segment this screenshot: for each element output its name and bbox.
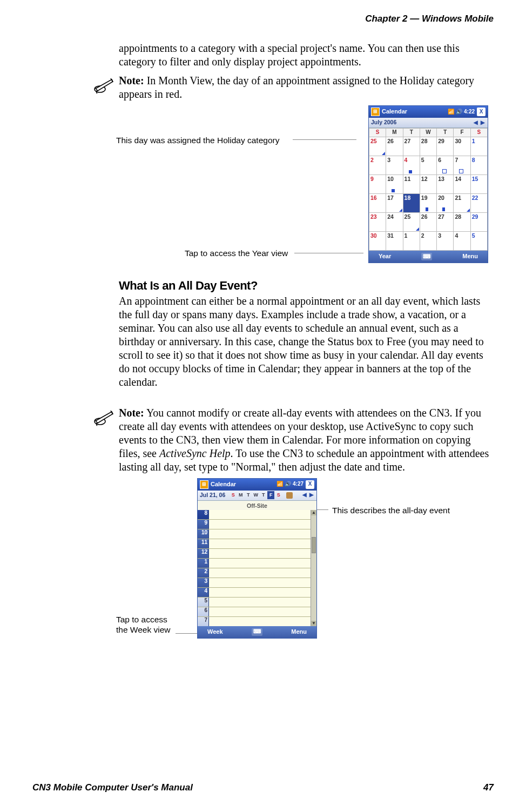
hour-label: 9 (198, 520, 209, 529)
calendar-day-cell[interactable]: 20 (437, 194, 454, 213)
volume-icon: 🔊 (456, 109, 462, 116)
calendar-day-cell[interactable]: 4 (403, 156, 420, 175)
calendar-day-cell[interactable]: 28 (420, 137, 436, 156)
week-softkey[interactable]: Week (207, 628, 223, 636)
hour-row[interactable]: 10 (198, 529, 311, 539)
day-picker[interactable]: SMTWTFS (230, 491, 282, 499)
calendar-day-cell[interactable]: 19 (420, 194, 436, 213)
category-flag-icon[interactable] (286, 492, 293, 499)
calendar-day-cell[interactable]: 3 (437, 232, 454, 251)
daypick-day[interactable]: F (267, 491, 274, 499)
daypick-day[interactable]: S (275, 491, 282, 499)
calendar-day-cell[interactable]: 31 (386, 232, 403, 251)
calendar-day-cell[interactable]: 6 (437, 156, 454, 175)
menu-softkey[interactable]: Menu (462, 253, 478, 260)
calendar-day-cell[interactable]: 1 (470, 137, 487, 156)
year-softkey[interactable]: Year (379, 253, 391, 260)
date-label[interactable]: Jul 21, 06 (200, 492, 225, 499)
calendar-day-cell[interactable]: 29 (437, 137, 454, 156)
calendar-day-cell[interactable]: 11 (403, 175, 420, 194)
signal-icon: 📶 (277, 481, 283, 488)
calendar-day-cell[interactable]: 29 (470, 213, 487, 232)
figure2: This describes the all-day event Tap to … (119, 478, 494, 651)
hour-row[interactable]: 5 (198, 598, 311, 607)
callout-holiday: This day was assigned the Holiday catego… (116, 135, 279, 145)
hour-label: 1 (198, 559, 209, 568)
calendar-day-cell[interactable]: 17 (386, 194, 403, 213)
close-button[interactable]: X (477, 108, 485, 116)
note2-text: Note: You cannot modify or create all-da… (119, 406, 494, 474)
keyboard-icon[interactable]: ⌨ (252, 628, 262, 636)
calendar-day-cell[interactable]: 30 (454, 137, 470, 156)
hour-row[interactable]: 3 (198, 578, 311, 588)
hour-row[interactable]: 2 (198, 568, 311, 578)
weekday-header: S (470, 129, 487, 137)
calendar-day-cell[interactable]: 15 (470, 175, 487, 194)
calendar-day-cell[interactable]: 12 (420, 175, 436, 194)
calendar-day-cell[interactable]: 10 (386, 175, 403, 194)
calendar-day-cell[interactable]: 27 (437, 213, 454, 232)
hour-row[interactable]: 9 (198, 520, 311, 529)
calendar-day-cell[interactable]: 14 (454, 175, 470, 194)
hour-row[interactable]: 6 (198, 607, 311, 617)
hour-row[interactable]: 12 (198, 549, 311, 559)
menu-softkey2[interactable]: Menu (291, 628, 307, 636)
close-button2[interactable]: X (306, 480, 314, 489)
start-icon[interactable]: ⊞ (200, 480, 208, 489)
app-title2: Calendar (211, 481, 277, 488)
calendar-day-cell[interactable]: 9 (369, 175, 386, 194)
calendar-day-cell[interactable]: 5 (470, 232, 487, 251)
daypick-day[interactable]: W (252, 491, 259, 499)
hour-row[interactable]: 7 (198, 617, 311, 626)
month-nav[interactable]: ◀ ▶ (474, 119, 485, 126)
hour-label: 8 (198, 510, 209, 519)
weekday-header: T (403, 129, 420, 137)
calendar-day-cell[interactable]: 18 (403, 194, 420, 213)
calendar-day-cell[interactable]: 22 (470, 194, 487, 213)
scrollbar[interactable]: ▲ ▼ (311, 510, 316, 626)
scroll-up-icon[interactable]: ▲ (311, 510, 316, 515)
calendar-day-cell[interactable]: 23 (369, 213, 386, 232)
hours-list[interactable]: 8910111212345678 (198, 510, 311, 626)
daypick-day[interactable]: M (237, 491, 244, 499)
hour-row[interactable]: 1 (198, 559, 311, 568)
keyboard-icon[interactable]: ⌨ (421, 253, 432, 260)
hour-row[interactable]: 11 (198, 539, 311, 549)
calendar-day-cell[interactable]: 13 (437, 175, 454, 194)
calendar-day-cell[interactable]: 28 (454, 213, 470, 232)
calendar-day-cell[interactable]: 1 (403, 232, 420, 251)
start-icon[interactable]: ⊞ (371, 108, 380, 116)
calendar-day-cell[interactable]: 27 (403, 137, 420, 156)
day-nav[interactable]: ◀ ▶ (302, 492, 314, 499)
callout-allday: This describes the all-day event (332, 505, 450, 515)
hour-row[interactable]: 4 (198, 588, 311, 598)
calendar-day-cell[interactable]: 7 (454, 156, 470, 175)
calendar-day-cell[interactable]: 30 (369, 232, 386, 251)
calendar-day-cell[interactable]: 2 (420, 232, 436, 251)
daypick-day[interactable]: T (245, 491, 252, 499)
calendar-day-cell[interactable]: 5 (420, 156, 436, 175)
hour-label: 7 (198, 617, 209, 626)
hour-row[interactable]: 8 (198, 510, 311, 520)
hour-label: 12 (198, 549, 209, 558)
calendar-day-cell[interactable]: 16 (369, 194, 386, 213)
daypick-day[interactable]: T (260, 491, 267, 499)
callout-year: Tap to access the Year view (185, 248, 288, 258)
calendar-day-cell[interactable]: 21 (454, 194, 470, 213)
daypick-day[interactable]: S (230, 491, 237, 499)
scroll-down-icon[interactable]: ▼ (311, 621, 316, 626)
scroll-thumb[interactable] (312, 537, 316, 553)
clock-time2: 4:27 (293, 481, 304, 488)
calendar-day-cell[interactable]: 26 (386, 137, 403, 156)
calendar-day-cell[interactable]: 2 (369, 156, 386, 175)
calendar-day-cell[interactable]: 3 (386, 156, 403, 175)
calendar-day-cell[interactable]: 25 (369, 137, 386, 156)
calendar-day-cell[interactable]: 25 (403, 213, 420, 232)
month-label[interactable]: July 2006 (371, 119, 396, 126)
intro-para: appointments to a category with a specia… (119, 42, 494, 69)
calendar-day-cell[interactable]: 8 (470, 156, 487, 175)
section-heading: What Is an All Day Event? (119, 278, 494, 293)
calendar-day-cell[interactable]: 26 (420, 213, 436, 232)
calendar-day-cell[interactable]: 24 (386, 213, 403, 232)
calendar-day-cell[interactable]: 4 (454, 232, 470, 251)
